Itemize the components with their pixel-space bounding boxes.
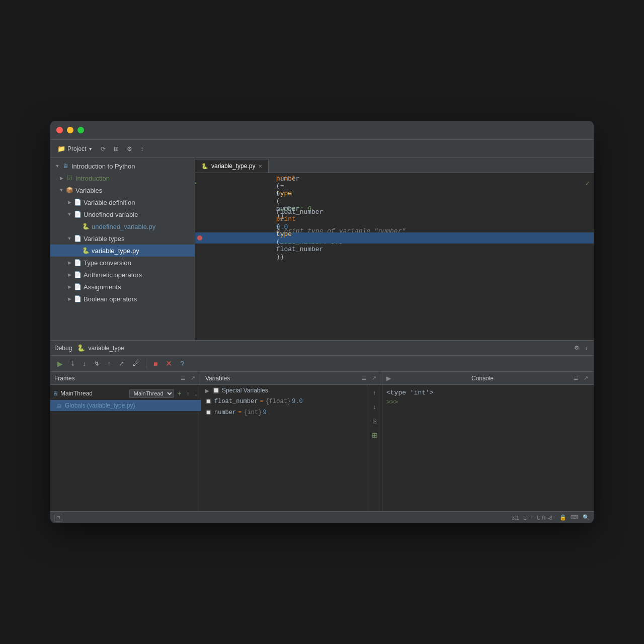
var-type-int: {int} (244, 409, 262, 416)
var-item-number[interactable]: 🔲 number = {int} 9 (201, 407, 367, 418)
maximize-button[interactable] (77, 127, 84, 133)
sidebar: 🖥 Introduction to Python ☑ Introduction … (50, 158, 195, 340)
titlebar (50, 121, 594, 140)
py-active-icon: 🐍 (82, 247, 90, 255)
variables-menu-icon[interactable]: ☰ (360, 374, 368, 382)
hierarchy-icon[interactable]: ⊞ (111, 144, 122, 153)
arithmetic-arrow-icon (66, 272, 72, 278)
sidebar-item-undefined[interactable]: 📄 Undefined variable (50, 208, 195, 220)
debug-play-button[interactable]: ▶ (54, 359, 66, 369)
console-content[interactable]: <type 'int'> >>> (382, 385, 594, 511)
cursor-position: 3:1 (512, 515, 519, 521)
var-val-number: 9 (263, 409, 266, 416)
frame-icon: 🗂 (56, 403, 62, 409)
settings-icon[interactable]: ⚙ (124, 144, 135, 153)
paren4: ( (276, 223, 280, 230)
print-kw: print (276, 175, 296, 182)
var-arrow-icon: 🔲 (205, 398, 211, 405)
var-scroll-down-icon[interactable]: ↓ (369, 401, 381, 413)
undefined-py-label: undefined_variable.py (92, 223, 155, 230)
debug-close-button[interactable]: ✕ (163, 358, 175, 369)
var-arrow-icon2: 🔲 (205, 410, 211, 416)
special-variables-row[interactable]: ▶ 🔲 Special Variables (201, 385, 367, 396)
console-header: ▶ Console ☰ ↗ (382, 372, 594, 385)
chevron-down-icon: ▼ (88, 146, 93, 151)
var-item-float[interactable]: 🔲 float_number = {float} 9.0 (201, 396, 367, 407)
module-icon: 📄 (73, 210, 82, 218)
frames-header-right: ☰ ↗ (179, 374, 197, 382)
var-list-area: ▶ 🔲 Special Variables 🔲 float_number = {… (201, 385, 367, 511)
thread-up-icon[interactable]: ↑ (185, 390, 191, 397)
run-arrow-icon: ▶ (195, 179, 197, 187)
sidebar-item-vardef[interactable]: 📄 Variable definition (50, 196, 195, 208)
close-button[interactable] (56, 127, 63, 133)
layout-icon[interactable]: ⊡ (54, 514, 62, 522)
special-vars-label: Special Variables (222, 387, 268, 394)
special-vars-arrow-icon: ▶ (205, 388, 209, 393)
var-name-float: float_number (214, 398, 258, 405)
var-add-icon[interactable]: ⊞ (369, 429, 381, 441)
variables-panel: Variables ☰ ↗ ▶ 🔲 Special Variab (201, 372, 382, 511)
sidebar-item-vartype-py[interactable]: 🐍 variable_type.py (50, 245, 195, 257)
debug-settings-icon[interactable]: ⚙ (572, 344, 581, 352)
code-editor[interactable]: ▶ ✓ number = 9 (195, 173, 594, 340)
debug-close-icon[interactable]: ↓ (583, 344, 590, 352)
paren1: ( (276, 182, 280, 190)
variables-panel-inner: ▶ 🔲 Special Variables 🔲 float_number = {… (201, 385, 382, 511)
thread-down-icon[interactable]: ↓ (193, 390, 199, 397)
module-icon: 📄 (73, 283, 82, 291)
tab-close-icon[interactable]: ✕ (258, 164, 262, 169)
sidebar-item-boolean[interactable]: 📄 Boolean operators (50, 293, 195, 305)
var-eq-sign2: = (238, 409, 242, 416)
var-type-float: {float} (266, 398, 291, 405)
debug-eval-icon[interactable]: 🖊 (129, 359, 142, 368)
console-expand-icon[interactable]: ↗ (582, 374, 590, 382)
debug-step-out-icon[interactable]: ↑ (105, 359, 114, 368)
sync-icon[interactable]: ⟳ (98, 144, 109, 153)
var-copy-icon[interactable]: ⎘ (369, 415, 381, 427)
sidebar-item-arithmetic[interactable]: 📄 Arithmetic operators (50, 269, 195, 281)
sidebar-item-assignments[interactable]: 📄 Assignments (50, 281, 195, 293)
encoding: UTF-8÷ (537, 515, 555, 521)
undefined-arrow-icon (66, 211, 72, 217)
var-float-ref: float_number (276, 246, 324, 253)
variables-expand-icon[interactable]: ↗ (370, 374, 378, 382)
assignments-label: Assignments (84, 283, 121, 291)
console-menu-icon[interactable]: ☰ (572, 374, 580, 382)
var-scroll-up-icon[interactable]: ↑ (369, 387, 381, 399)
thread-dropdown[interactable]: MainThread (129, 389, 174, 398)
minimize-button[interactable] (67, 127, 73, 133)
editor-tab[interactable]: 🐍 variable_type.py ✕ (195, 159, 269, 173)
frame-globals[interactable]: 🗂 Globals (variable_type.py) (50, 400, 201, 411)
add-thread-button[interactable]: + (176, 389, 183, 398)
tree-root[interactable]: 🖥 Introduction to Python (50, 160, 195, 172)
frames-menu-icon[interactable]: ☰ (179, 374, 187, 382)
boolean-label: Boolean operators (84, 295, 137, 303)
debug-step-into-icon[interactable]: ↓ (79, 359, 89, 368)
debug-panels: Frames ☰ ↗ 🖥 MainThread MainThread (50, 372, 594, 511)
collapse-icon[interactable]: ↕ (137, 144, 146, 153)
frames-panel: Frames ☰ ↗ 🖥 MainThread MainThread (50, 372, 201, 511)
sidebar-item-typeconv[interactable]: 📄 Type conversion (50, 257, 195, 269)
debug-run-cursor-icon[interactable]: ↗ (116, 359, 127, 368)
status-right: 3:1 LF÷ UTF-8÷ 🔒 ⌨ 🔍 (512, 514, 590, 521)
sidebar-item-vartypes[interactable]: 📄 Variable types (50, 232, 195, 245)
project-dropdown[interactable]: 📁 Project ▼ (54, 144, 96, 153)
py-icon: 🐍 (82, 222, 90, 230)
debug-stop-button[interactable]: ■ (150, 359, 160, 369)
assignments-arrow-icon (66, 284, 72, 290)
sidebar-item-introduction[interactable]: ☑ Introduction (50, 172, 195, 184)
paren5: ( (276, 238, 280, 246)
debug-step-into-my-icon[interactable]: ↯ (91, 359, 103, 368)
root-label: Introduction to Python (71, 163, 135, 170)
sidebar-item-variables[interactable]: 📦 Variables (50, 184, 195, 196)
search-icon: 🔍 (583, 514, 590, 521)
type-fn: type (276, 190, 292, 197)
module-icon: 📄 (73, 198, 82, 206)
root-arrow-icon (54, 163, 60, 169)
debug-step-over-icon[interactable]: ⤵ (68, 359, 77, 368)
sidebar-item-undefined-py[interactable]: 🐍 undefined_variable.py (50, 220, 195, 232)
frames-expand-icon[interactable]: ↗ (189, 374, 197, 382)
debug-help-button[interactable]: ? (177, 359, 187, 369)
frames-content: 🖥 MainThread MainThread + ↑ ↓ 🗂 (50, 385, 201, 511)
